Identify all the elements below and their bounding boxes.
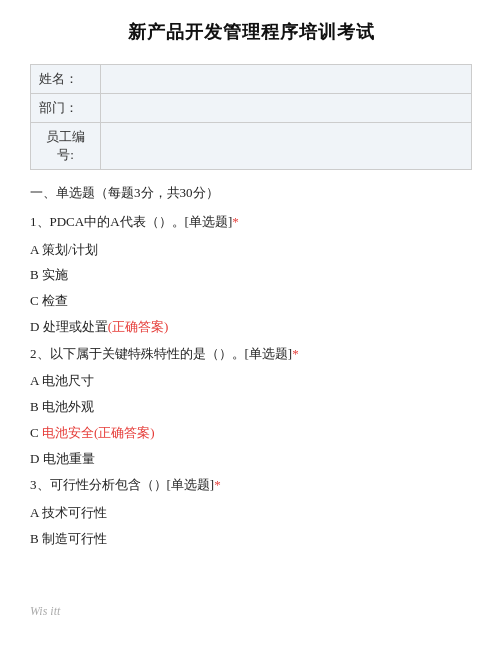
dept-row: 部门： (31, 94, 472, 123)
question-3: 3、可行性分析包含（）[单选题]* A 技术可行性 B 制造可行性 (30, 475, 472, 549)
info-table: 姓名： 部门： 员工编号: (30, 64, 472, 170)
option-2d-label: D (30, 451, 43, 466)
employee-value[interactable] (101, 123, 472, 170)
option-2a-label: A (30, 373, 42, 388)
option-3a[interactable]: A 技术可行性 (30, 503, 472, 524)
question-2: 2、以下属于关键特殊特性的是（）。[单选题]* A 电池尺寸 B 电池外观 C … (30, 344, 472, 470)
question-2-text: 2、以下属于关键特殊特性的是（）。[单选题] (30, 346, 292, 361)
question-3-title: 3、可行性分析包含（）[单选题]* (30, 475, 472, 495)
option-1d[interactable]: D 处理或处置(正确答案) (30, 317, 472, 338)
question-3-text: 3、可行性分析包含（）[单选题] (30, 477, 214, 492)
question-2-required: * (292, 346, 299, 361)
option-2c-label: C (30, 425, 42, 440)
question-1-required: * (232, 214, 239, 229)
employee-label: 员工编号: (31, 123, 101, 170)
option-3b-text: 制造可行性 (42, 531, 107, 546)
employee-row: 员工编号: (31, 123, 472, 170)
option-1c-label: C (30, 293, 42, 308)
option-1a-text: 策划/计划 (42, 242, 98, 257)
option-2c[interactable]: C 电池安全(正确答案) (30, 423, 472, 444)
dept-value[interactable] (101, 94, 472, 123)
name-label: 姓名： (31, 65, 101, 94)
option-3b[interactable]: B 制造可行性 (30, 529, 472, 550)
option-1d-correct: (正确答案) (108, 319, 169, 334)
option-2b-text: 电池外观 (42, 399, 94, 414)
option-1a[interactable]: A 策划/计划 (30, 240, 472, 261)
option-2a-text: 电池尺寸 (42, 373, 94, 388)
option-2b[interactable]: B 电池外观 (30, 397, 472, 418)
name-row: 姓名： (31, 65, 472, 94)
option-3a-label: A (30, 505, 42, 520)
option-1b-label: B (30, 267, 42, 282)
section-header: 一、单选题（每题3分，共30分） (30, 184, 472, 202)
option-1c[interactable]: C 检查 (30, 291, 472, 312)
page-title: 新产品开发管理程序培训考试 (30, 20, 472, 44)
option-1b[interactable]: B 实施 (30, 265, 472, 286)
option-2b-label: B (30, 399, 42, 414)
option-2a[interactable]: A 电池尺寸 (30, 371, 472, 392)
option-2d[interactable]: D 电池重量 (30, 449, 472, 470)
question-1-text: 1、PDCA中的A代表（）。[单选题] (30, 214, 232, 229)
watermark: Wis itt (30, 604, 60, 619)
option-3a-text: 技术可行性 (42, 505, 107, 520)
option-1d-label: D (30, 319, 43, 334)
question-1-title: 1、PDCA中的A代表（）。[单选题]* (30, 212, 472, 232)
question-3-required: * (214, 477, 221, 492)
option-1c-text: 检查 (42, 293, 68, 308)
question-1: 1、PDCA中的A代表（）。[单选题]* A 策划/计划 B 实施 C 检查 D… (30, 212, 472, 338)
option-2c-text: 电池安全(正确答案) (42, 425, 155, 440)
name-value[interactable] (101, 65, 472, 94)
dept-label: 部门： (31, 94, 101, 123)
option-2d-text: 电池重量 (43, 451, 95, 466)
question-2-title: 2、以下属于关键特殊特性的是（）。[单选题]* (30, 344, 472, 364)
option-3b-label: B (30, 531, 42, 546)
option-1a-label: A (30, 242, 42, 257)
option-1b-text: 实施 (42, 267, 68, 282)
option-1d-text: 处理或处置 (43, 319, 108, 334)
